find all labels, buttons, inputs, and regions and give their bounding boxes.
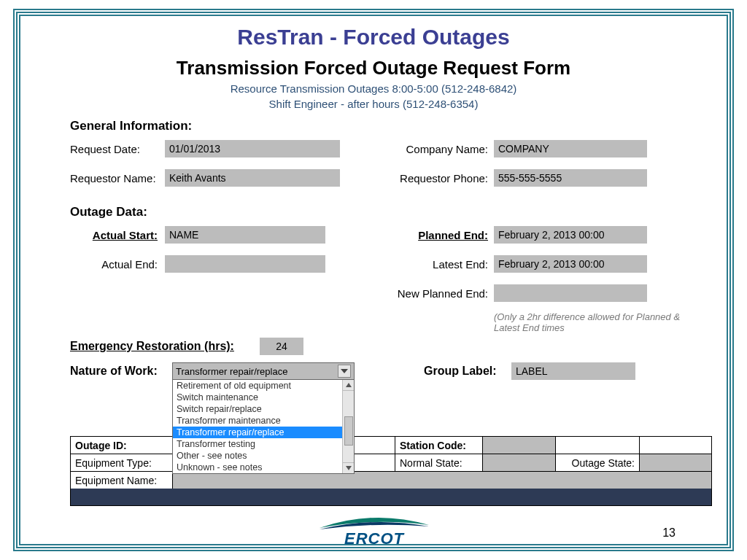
- field-requestor-phone[interactable]: 555-555-5555: [494, 169, 647, 187]
- label-station-code: Station Code:: [395, 437, 483, 454]
- scroll-up-icon[interactable]: [343, 380, 354, 391]
- field-equipment-name[interactable]: [173, 472, 711, 489]
- ercot-logo: ERCOT: [316, 515, 433, 548]
- label-actual-start: Actual Start:: [70, 229, 165, 241]
- field-actual-end[interactable]: [165, 255, 325, 273]
- contact-line-2: Shift Engineer - after hours (512-248-63…: [41, 98, 706, 110]
- label-actual-end: Actual End:: [70, 258, 165, 271]
- dropdown-scrollbar[interactable]: [342, 380, 354, 473]
- slide-title: ResTran - Forced Outages: [41, 25, 706, 50]
- label-company-name: Company Name:: [384, 143, 494, 155]
- label-equipment-name: Equipment Name:: [71, 472, 173, 489]
- equipment-table: Outage ID: Station Code: Equipment Type:…: [70, 436, 712, 490]
- field-company-name[interactable]: COMPANY: [494, 140, 647, 158]
- field-emergency-restoration[interactable]: 24: [260, 338, 303, 355]
- dropdown-option[interactable]: Transformer repair/replace: [173, 427, 354, 438]
- scroll-thumb[interactable]: [344, 416, 353, 446]
- field-normal-state[interactable]: [483, 454, 556, 471]
- field-outage-state[interactable]: [640, 454, 711, 471]
- form-title: Transmission Forced Outage Request Form: [41, 57, 706, 79]
- chevron-down-icon[interactable]: [338, 365, 351, 378]
- label-request-date: Request Date:: [70, 143, 165, 155]
- label-group-label: Group Label:: [424, 365, 511, 378]
- field-latest-end[interactable]: February 2, 2013 00:00: [494, 255, 647, 273]
- slide-inner-frame: ResTran - Forced Outages Transmission Fo…: [19, 15, 728, 545]
- dropdown-option[interactable]: Switch repair/replace: [173, 403, 354, 415]
- field-station-code[interactable]: [483, 437, 556, 454]
- label-equipment-type: Equipment Type:: [71, 454, 173, 471]
- dropdown-option[interactable]: Unknown - see notes: [173, 462, 354, 473]
- label-latest-end: Latest End:: [384, 258, 494, 271]
- dropdown-option[interactable]: Other - see notes: [173, 450, 354, 462]
- label-new-planned-end: New Planned End:: [384, 287, 494, 300]
- dropdown-option[interactable]: Transformer maintenance: [173, 415, 354, 427]
- spacer-cell: [556, 437, 640, 454]
- field-requestor-name[interactable]: Keith Avants: [165, 169, 340, 187]
- end-times-note: (Only a 2hr difference allowed for Plann…: [494, 311, 699, 333]
- field-new-planned-end[interactable]: [494, 284, 647, 302]
- label-normal-state: Normal State:: [395, 454, 483, 471]
- section-outage-data: Outage Data:: [70, 205, 706, 219]
- dropdown-selected-value: Transformer repair/replace: [176, 366, 338, 377]
- table-footer-band: [70, 489, 712, 506]
- label-emergency-restoration: Emergency Restoration (hrs):: [70, 340, 260, 353]
- label-nature-of-work: Nature of Work:: [70, 362, 172, 378]
- label-outage-state: Outage State:: [556, 454, 640, 471]
- label-planned-end: Planned End:: [384, 229, 494, 241]
- page-number: 13: [662, 526, 676, 540]
- scroll-down-icon[interactable]: [343, 462, 354, 473]
- label-requestor-name: Requestor Name:: [70, 172, 165, 184]
- field-request-date[interactable]: 01/01/2013: [165, 140, 340, 158]
- dropdown-nature-of-work[interactable]: Transformer repair/replace Retirement of…: [172, 362, 355, 380]
- label-outage-id: Outage ID:: [71, 437, 173, 454]
- field-actual-start[interactable]: NAME: [165, 226, 325, 244]
- field-planned-end[interactable]: February 2, 2013 00:00: [494, 226, 647, 244]
- section-general-info: General Information:: [70, 119, 706, 133]
- field-group-label[interactable]: LABEL: [511, 362, 635, 380]
- label-requestor-phone: Requestor Phone:: [384, 172, 494, 184]
- dropdown-option[interactable]: Transformer testing: [173, 438, 354, 450]
- dropdown-option[interactable]: Retirement of old equipment: [173, 380, 354, 392]
- contact-line-1: Resource Transmission Outages 8:00-5:00 …: [41, 82, 706, 95]
- dropdown-option[interactable]: Switch maintenance: [173, 392, 354, 403]
- spacer-cell: [640, 437, 711, 454]
- dropdown-list[interactable]: Retirement of old equipmentSwitch mainte…: [172, 379, 355, 474]
